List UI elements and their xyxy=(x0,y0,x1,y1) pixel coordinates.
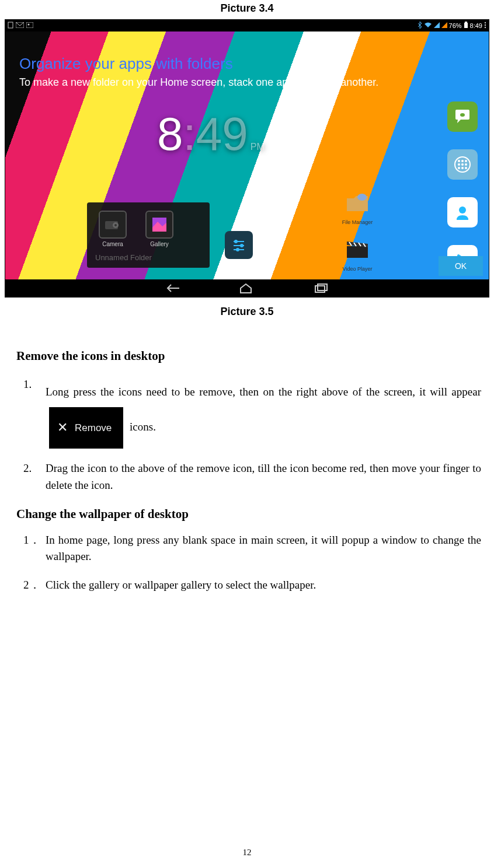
close-icon: ✕ xyxy=(57,421,68,434)
status-bar: 76% 8:49 xyxy=(5,20,489,32)
svg-point-26 xyxy=(458,163,460,166)
dock-right xyxy=(442,102,483,278)
svg-point-31 xyxy=(465,167,467,169)
svg-point-21 xyxy=(460,113,465,117)
battery-icon xyxy=(464,22,468,30)
svg-point-14 xyxy=(234,240,238,243)
clapper-icon xyxy=(343,236,371,264)
gallery-icon xyxy=(145,211,173,239)
svg-rect-34 xyxy=(318,284,327,290)
menu-icon xyxy=(484,22,486,30)
camera-icon xyxy=(99,211,127,239)
recent-button[interactable] xyxy=(314,283,330,293)
app-label: Camera xyxy=(95,241,130,247)
signal-icon xyxy=(434,22,440,29)
clock-ampm: PM xyxy=(251,142,265,152)
bluetooth-icon xyxy=(418,22,422,30)
remove-chip: ✕ Remove xyxy=(49,407,123,449)
svg-point-23 xyxy=(458,160,460,162)
tip-title: Organize your apps with folders xyxy=(19,55,378,73)
folder-title[interactable]: Unnamed Folder xyxy=(95,253,201,262)
settings-icon xyxy=(225,231,253,259)
svg-rect-5 xyxy=(465,22,467,23)
clock-hour: 8 xyxy=(157,107,183,161)
sim-icon xyxy=(8,22,13,30)
app-label: Video Player xyxy=(337,266,378,272)
svg-point-27 xyxy=(461,163,464,166)
list-text: Drag the icon to the above of the remove… xyxy=(46,462,481,491)
list-number: 1． xyxy=(23,532,40,549)
app-label: File Manager xyxy=(337,219,378,225)
list-item: 2. Drag the icon to the above of the rem… xyxy=(46,460,481,494)
list-item: 1． In home page, long press any blank sp… xyxy=(46,532,481,565)
page-number: 12 xyxy=(0,848,494,858)
list-item: 1. Long press the icons need to be remov… xyxy=(46,376,481,449)
ok-button[interactable]: OK xyxy=(439,256,483,276)
svg-point-19 xyxy=(357,194,367,201)
contacts-icon[interactable] xyxy=(447,197,478,228)
folder-popup[interactable]: Camera Gallery Unnamed Folder xyxy=(87,202,210,268)
list-number: 2. xyxy=(23,460,32,477)
mail-icon xyxy=(16,22,24,29)
navigation-bar xyxy=(5,279,489,297)
clock-mins: 49 xyxy=(196,107,248,161)
svg-point-18 xyxy=(236,248,239,251)
homescreen-clock: 8:49PM xyxy=(157,107,265,161)
caption-below: Picture 3.5 xyxy=(0,306,494,318)
battery-percent: 76% xyxy=(449,22,462,29)
onboarding-tip: Organize your apps with folders To make … xyxy=(19,55,378,89)
status-time: 8:49 xyxy=(470,22,482,29)
app-file-manager[interactable]: File Manager xyxy=(337,189,378,225)
svg-point-16 xyxy=(240,244,243,247)
remove-chip-label: Remove xyxy=(75,414,112,442)
messaging-icon[interactable] xyxy=(447,102,478,132)
picture-icon xyxy=(26,22,33,29)
section-heading-wallpaper: Change the wallpaper of desktop xyxy=(16,505,481,524)
wifi-icon xyxy=(424,22,432,29)
embedded-screenshot: 76% 8:49 Organize your apps with folders… xyxy=(5,19,489,298)
folder-icon xyxy=(343,189,371,217)
list-text: Long press the icons need to be remove, … xyxy=(46,386,481,398)
svg-point-7 xyxy=(485,24,486,26)
svg-point-24 xyxy=(461,160,464,162)
caption-above: Picture 3.4 xyxy=(0,0,494,19)
svg-rect-4 xyxy=(464,23,468,28)
list-number: 2． xyxy=(23,577,40,594)
document-body: Remove the icons in desktop 1. Long pres… xyxy=(0,318,494,593)
svg-point-3 xyxy=(28,24,30,26)
svg-rect-33 xyxy=(315,286,325,292)
tip-body: To make a new folder on your Home screen… xyxy=(19,76,378,89)
list-number: 1. xyxy=(23,376,32,393)
svg-rect-20 xyxy=(347,246,368,258)
section-heading-remove: Remove the icons in desktop xyxy=(16,347,481,366)
app-settings[interactable]: Settings xyxy=(221,231,256,268)
app-label: Settings xyxy=(221,261,256,268)
app-camera[interactable]: Camera xyxy=(95,211,130,247)
svg-point-28 xyxy=(465,163,467,166)
svg-point-30 xyxy=(461,167,464,169)
list-text: icons. xyxy=(127,421,156,433)
list-item: 2． Click the gallery or wallpaper galler… xyxy=(46,577,481,594)
list-text: In home page, long press any blank space… xyxy=(46,534,481,563)
apps-drawer-icon[interactable] xyxy=(447,149,478,180)
svg-point-25 xyxy=(465,160,467,162)
svg-point-11 xyxy=(114,224,117,226)
signal2-icon xyxy=(441,22,447,29)
app-label: Gallery xyxy=(142,241,177,247)
back-button[interactable] xyxy=(164,283,180,293)
svg-point-8 xyxy=(485,27,486,28)
home-button[interactable] xyxy=(239,283,255,293)
svg-point-6 xyxy=(485,22,486,23)
app-video-player[interactable]: Video Player xyxy=(337,236,378,272)
list-text: Click the gallery or wallpaper gallery t… xyxy=(46,579,316,591)
svg-rect-0 xyxy=(8,22,13,28)
svg-point-29 xyxy=(458,167,460,169)
app-gallery[interactable]: Gallery xyxy=(142,211,177,247)
clock-sep: : xyxy=(183,107,196,161)
svg-point-32 xyxy=(459,206,466,214)
svg-rect-2 xyxy=(26,22,33,28)
